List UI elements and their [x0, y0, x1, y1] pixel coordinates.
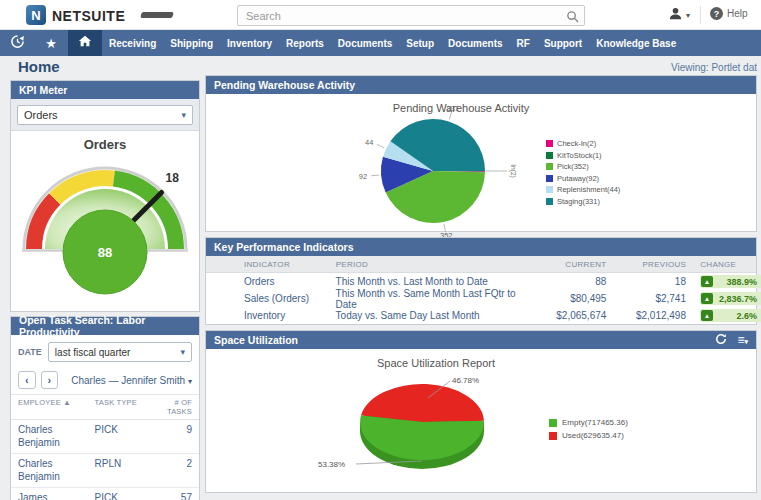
home-tab[interactable] — [68, 30, 102, 56]
previous-cell: $2,741 — [606, 293, 686, 304]
netsuite-logo-icon: N — [26, 5, 46, 25]
user-menu-button[interactable]: ▾ — [668, 6, 690, 25]
legend-item-Putaway[interactable]: Putaway(92) — [546, 173, 620, 185]
change-value: 388.9% — [713, 277, 761, 287]
kpi-row[interactable]: Inventory Today vs. Same Day Last Month … — [206, 307, 756, 324]
up-arrow-icon: ▲ — [701, 293, 713, 304]
task-row[interactable]: James PICK 57 — [11, 488, 199, 500]
indicator-cell[interactable]: Inventory — [206, 310, 336, 321]
task-table-header: EMPLOYEE ▲TASK TYPE# OF TASKS — [11, 394, 199, 420]
nav-item-knowledge-base-9[interactable]: Knowledge Base — [589, 38, 683, 49]
portlet-menu-icon[interactable]: ≡▾ — [737, 334, 748, 346]
employee-cell[interactable]: Charles Benjamin — [18, 458, 95, 483]
col-num-tasks[interactable]: # OF TASKS — [154, 398, 192, 416]
date-filter-row: DATE last fiscal quarter ▾ — [11, 335, 199, 366]
task-row[interactable]: Charles Benjamin RPLN 2 — [11, 454, 199, 488]
main-nav: ★ ReceivingShippingInventoryReportsDocum… — [0, 30, 761, 56]
pie-slice-Used[interactable] — [361, 384, 484, 422]
kpi-table-header[interactable]: Key Performance Indicators — [206, 238, 756, 256]
user-icon — [668, 6, 683, 25]
help-label: Help — [727, 8, 748, 19]
search-input[interactable] — [237, 5, 585, 26]
space-utilization-header[interactable]: Space Utilization ≡▾ — [206, 331, 756, 349]
divider — [700, 6, 701, 24]
nav-item-rf-7[interactable]: RF — [510, 38, 537, 49]
warehouse-activity-header[interactable]: Pending Warehouse Activity — [206, 76, 756, 94]
change-value: 2.6% — [713, 311, 761, 321]
task-count-cell: 2 — [154, 458, 192, 483]
kpi-meter-header[interactable]: KPI Meter — [11, 81, 199, 99]
pie-callout: 92 — [359, 172, 367, 181]
legend-item-Empty[interactable]: Empty(717465.36) — [549, 416, 628, 429]
nav-item-setup-5[interactable]: Setup — [399, 38, 441, 49]
indicator-cell[interactable]: Sales (Orders) — [206, 293, 336, 304]
legend-label: Staging(331) — [557, 197, 600, 206]
legend-label: Empty(717465.36) — [562, 418, 628, 427]
nav-item-inventory-2[interactable]: Inventory — [220, 38, 279, 49]
indicator-cell[interactable]: Orders — [206, 276, 336, 287]
legend-label: Replenishment(44) — [557, 185, 620, 194]
nav-item-receiving-0[interactable]: Receiving — [102, 38, 163, 49]
employee-cell[interactable]: James — [18, 492, 95, 500]
legend-label: Check-In(2) — [557, 139, 596, 148]
change-badge: ▲ 2,836.7% — [700, 292, 761, 305]
legend-swatch-icon — [546, 140, 553, 147]
task-search-header[interactable]: Open Task Search: Labor Productivity — [11, 317, 199, 335]
nav-item-reports-3[interactable]: Reports — [279, 38, 331, 49]
task-count-cell: 57 — [154, 492, 192, 500]
legend-item-KitToStock[interactable]: KitToStock(1) — [546, 150, 620, 162]
viewing-label: Viewing: Portlet dat — [671, 62, 757, 73]
next-page-button[interactable]: › — [41, 371, 59, 389]
col-indicator: INDICATOR — [206, 260, 336, 269]
date-select-value: last fiscal quarter — [55, 347, 131, 358]
legend-swatch-icon — [549, 432, 557, 440]
refresh-icon[interactable] — [715, 333, 727, 347]
employee-cell[interactable]: Charles Benjamin — [18, 424, 95, 449]
orders-gauge-chart: 1888 — [11, 154, 199, 300]
date-label: DATE — [18, 347, 42, 357]
space-legend: Empty(717465.36) Used(629635.47) — [549, 416, 628, 442]
col-previous: PREVIOUS — [607, 260, 687, 269]
nav-item-support-8[interactable]: Support — [537, 38, 589, 49]
task-count-cell: 9 — [154, 424, 192, 449]
range-selector[interactable]: Charles — Jennifer Smith ▾ — [71, 375, 192, 386]
nav-item-documents-4[interactable]: Documents — [331, 38, 399, 49]
search-icon[interactable] — [566, 9, 579, 27]
col-employee[interactable]: EMPLOYEE ▲ — [18, 398, 95, 416]
legend-item-Used[interactable]: Used(629635.47) — [549, 429, 628, 442]
col-task-type[interactable]: TASK TYPE — [95, 398, 154, 416]
brand-name: NETSUITE — [52, 8, 125, 24]
recent-history-button[interactable] — [0, 30, 34, 56]
gauge-marker-value: 18 — [165, 171, 179, 185]
prev-page-button[interactable]: ‹ — [18, 371, 36, 389]
legend-item-Replenishment[interactable]: Replenishment(44) — [546, 184, 620, 196]
home-icon — [78, 34, 92, 52]
kpi-row[interactable]: Sales (Orders) This Month vs. Same Month… — [206, 290, 756, 307]
help-button[interactable]: ? Help — [710, 7, 748, 20]
legend-swatch-icon — [546, 152, 553, 159]
legend-item-Check-In[interactable]: Check-In(2) — [546, 138, 620, 150]
range-value: Charles — Jennifer Smith — [71, 375, 185, 386]
nav-item-shipping-1[interactable]: Shipping — [163, 38, 220, 49]
period-cell: This Month vs. Last Month to Date — [336, 276, 535, 287]
date-select[interactable]: last fiscal quarter ▾ — [48, 342, 192, 362]
nav-item-documents-6[interactable]: Documents — [441, 38, 509, 49]
legend-label: Used(629635.47) — [562, 431, 624, 440]
previous-cell: $2,012,498 — [606, 310, 686, 321]
gauge-title: Orders — [11, 137, 199, 152]
kpi-select[interactable]: Orders ▾ — [17, 105, 193, 125]
history-icon — [10, 34, 25, 53]
task-row[interactable]: Charles Benjamin PICK 9 — [11, 420, 199, 454]
legend-item-Pick[interactable]: Pick(352) — [546, 161, 620, 173]
tiny-slice-callout: In(2) — [509, 164, 517, 177]
pie-callout: 331 — [447, 104, 460, 113]
legend-swatch-icon — [546, 198, 553, 205]
favorites-button[interactable]: ★ — [34, 30, 68, 56]
sort-asc-icon: ▲ — [63, 398, 71, 407]
current-cell: $80,495 — [535, 293, 607, 304]
legend-item-Staging[interactable]: Staging(331) — [546, 196, 620, 208]
previous-cell: 18 — [606, 276, 686, 287]
task-search-portlet: Open Task Search: Labor Productivity DAT… — [10, 316, 200, 500]
used-pct-label: 46.78% — [452, 376, 479, 385]
kpi-columns: INDICATORPERIODCURRENTPREVIOUSCHANGE — [206, 256, 756, 273]
